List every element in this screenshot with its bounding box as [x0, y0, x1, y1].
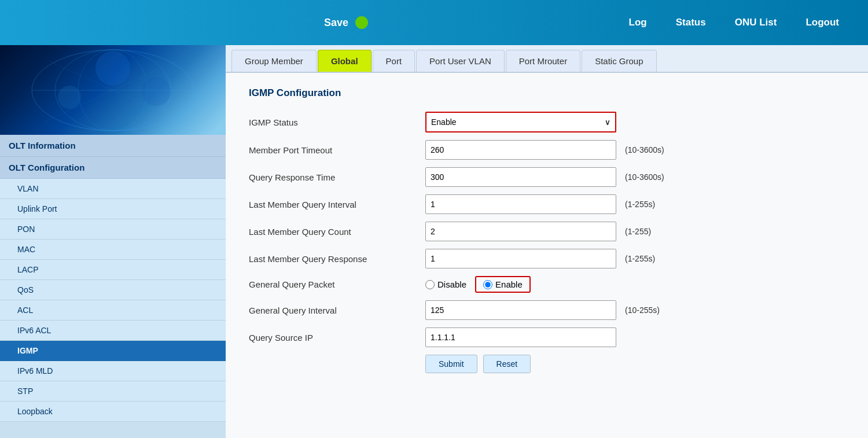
general-query-interval-hint: (10-255s) — [625, 306, 660, 315]
last-member-query-response-input[interactable] — [425, 249, 616, 268]
sidebar-section-olt-info[interactable]: OLT Information — [0, 135, 226, 157]
tab-global[interactable]: Global — [318, 50, 372, 72]
form-row-last-member-query-response: Last Member Query Response (1-255s) — [249, 249, 845, 268]
svg-point-6 — [95, 51, 130, 86]
tab-static-group[interactable]: Static Group — [582, 50, 656, 72]
svg-point-8 — [142, 77, 171, 106]
form-row-last-member-query-count: Last Member Query Count (1-255) — [249, 222, 845, 241]
sidebar-section-olt-config[interactable]: OLT Configuration — [0, 157, 226, 179]
sidebar-item-lacp[interactable]: LACP — [0, 260, 226, 280]
last-member-query-count-input[interactable] — [425, 222, 616, 241]
sidebar-item-ipv6mld[interactable]: IPv6 MLD — [0, 361, 226, 381]
sidebar-item-acl[interactable]: ACL — [0, 300, 226, 321]
query-response-time-hint: (10-3600s) — [625, 172, 664, 182]
content-area: Group Member Global Port Port User VLAN … — [226, 45, 868, 438]
query-response-time-label: Query Response Time — [249, 172, 417, 182]
general-query-packet-label: General Query Packet — [249, 279, 417, 289]
form-row-member-port-timeout: Member Port Timeout (10-3600s) — [249, 140, 845, 160]
sidebar-item-igmp[interactable]: IGMP — [0, 341, 226, 361]
status-link[interactable]: Status — [676, 17, 706, 28]
sidebar-item-stp[interactable]: STP — [0, 381, 226, 402]
form-area: IGMP Configuration IGMP Status Enable Di… — [226, 73, 868, 438]
radio-enable-label[interactable]: Enable — [475, 276, 531, 293]
member-port-timeout-input[interactable] — [425, 140, 616, 160]
status-dot — [355, 16, 368, 29]
tab-port-user-vlan[interactable]: Port User VLAN — [416, 50, 505, 72]
last-member-query-count-hint: (1-255) — [625, 227, 651, 236]
save-button[interactable]: Save — [324, 17, 348, 29]
tab-port-mrouter[interactable]: Port Mrouter — [506, 50, 580, 72]
general-query-interval-input[interactable] — [425, 300, 616, 320]
tab-bar: Group Member Global Port Port User VLAN … — [226, 45, 868, 73]
member-port-timeout-hint: (10-3600s) — [625, 145, 664, 154]
logout-link[interactable]: Logout — [806, 17, 839, 28]
form-row-general-query-packet: General Query Packet Disable Enable — [249, 276, 845, 293]
last-member-query-interval-input[interactable] — [425, 194, 616, 214]
svg-point-7 — [58, 86, 81, 109]
last-member-query-response-label: Last Member Query Response — [249, 254, 417, 264]
sidebar-item-qos[interactable]: QoS — [0, 280, 226, 300]
submit-button[interactable]: Submit — [425, 355, 477, 373]
sidebar-item-loopback[interactable]: Loopback — [0, 402, 226, 422]
log-link[interactable]: Log — [629, 17, 647, 28]
form-row-query-response-time: Query Response Time (10-3600s) — [249, 167, 845, 187]
tab-group-member[interactable]: Group Member — [231, 50, 317, 72]
last-member-query-response-hint: (1-255s) — [625, 254, 655, 263]
igmp-status-select[interactable]: Enable Disable — [425, 112, 616, 132]
form-title: IGMP Configuration — [249, 87, 845, 99]
query-response-time-input[interactable] — [425, 167, 616, 187]
last-member-query-interval-label: Last Member Query Interval — [249, 200, 417, 209]
sidebar-item-vlan[interactable]: VLAN — [0, 179, 226, 199]
button-row: Submit Reset — [425, 355, 845, 373]
form-row-general-query-interval: General Query Interval (10-255s) — [249, 300, 845, 320]
radio-disable-label[interactable]: Disable — [425, 279, 466, 289]
form-row-igmp-status: IGMP Status Enable Disable ∨ — [249, 112, 845, 132]
radio-enable[interactable] — [483, 280, 492, 289]
general-query-interval-label: General Query Interval — [249, 306, 417, 315]
sidebar: OLT Information OLT Configuration VLAN U… — [0, 45, 226, 438]
form-row-last-member-query-interval: Last Member Query Interval (1-255s) — [249, 194, 845, 214]
query-source-ip-label: Query Source IP — [249, 333, 417, 343]
onu-list-link[interactable]: ONU List — [735, 17, 777, 28]
sidebar-item-pon[interactable]: PON — [0, 219, 226, 240]
radio-disable[interactable] — [425, 280, 435, 289]
reset-button[interactable]: Reset — [483, 355, 531, 373]
sidebar-item-uplink-port[interactable]: Uplink Port — [0, 199, 226, 219]
igmp-status-label: IGMP Status — [249, 117, 417, 127]
radio-group-general-query: Disable Enable — [425, 276, 531, 293]
last-member-query-count-label: Last Member Query Count — [249, 227, 417, 237]
sidebar-item-ipv6acl[interactable]: IPv6 ACL — [0, 321, 226, 341]
tab-port[interactable]: Port — [373, 50, 415, 72]
sidebar-item-mac[interactable]: MAC — [0, 240, 226, 260]
last-member-query-interval-hint: (1-255s) — [625, 200, 655, 209]
form-row-query-source-ip: Query Source IP — [249, 327, 845, 347]
query-source-ip-input[interactable] — [425, 327, 616, 347]
member-port-timeout-label: Member Port Timeout — [249, 145, 417, 155]
